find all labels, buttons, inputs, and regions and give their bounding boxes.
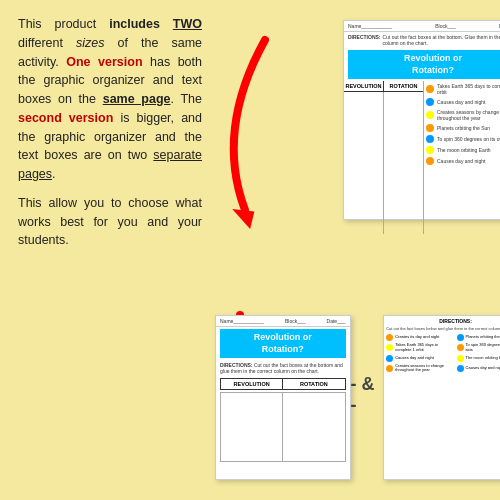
br-dot-2 <box>457 334 464 341</box>
dot-yellow-2 <box>426 146 434 154</box>
col-revolution: REVOLUTION <box>344 81 384 91</box>
bl-col-revolution: REVOLUTION <box>221 379 283 389</box>
item-1: Takes Earth 365 days to complete 1 orbit <box>426 83 500 95</box>
dot-blue-1 <box>426 98 434 106</box>
item-2: Causes day and night <box>426 98 500 106</box>
br-items-grid: Creates its day and night Planets orbiti… <box>386 334 500 373</box>
page-container: This product includes TWO different size… <box>0 0 500 500</box>
bl-col-rotation: ROTATION <box>283 379 344 389</box>
rotation-body <box>384 92 423 234</box>
text-panel: This product includes TWO different size… <box>10 10 210 490</box>
br-dot-4 <box>457 344 464 351</box>
dot-blue-2 <box>426 135 434 143</box>
item-5: To spin 360 degrees on its own axis <box>426 135 500 143</box>
dot-orange-3 <box>426 157 434 165</box>
bl-block: Block___ <box>285 318 306 324</box>
item-6: The moon orbiting Earth <box>426 146 500 154</box>
bl-card-title: Revolution or Rotation? <box>220 329 346 358</box>
bl-date: Date___ <box>327 318 346 324</box>
bottom-left-card: Name___________ Block___ Date___ Revolut… <box>215 315 351 480</box>
br-item-3: Takes Earth 365 days to complete 1 orbit <box>386 343 454 353</box>
amp-label: - & - <box>351 374 384 416</box>
top-card-columns: REVOLUTION ROTATION <box>344 81 424 234</box>
item-7: Causes day and night <box>426 157 500 165</box>
bottom-row: Name___________ Block___ Date___ Revolut… <box>210 315 500 485</box>
name-label: Name___________ <box>348 23 392 29</box>
paragraph-2: This allow you to choose what works best… <box>18 194 202 250</box>
br-dot-7 <box>386 365 393 372</box>
bl-card-header: Name___________ Block___ Date___ <box>216 316 350 327</box>
dot-orange-2 <box>426 124 434 132</box>
revolution-body <box>344 92 384 234</box>
br-item-6: The moon orbiting Earth <box>457 355 500 362</box>
top-card-inner: REVOLUTION ROTATION Takes Earth 365 days… <box>344 81 500 234</box>
br-directions-label: DIRECTIONS: <box>386 318 500 324</box>
br-item-5: Causes day and night <box>386 355 454 362</box>
bl-name: Name___________ <box>220 318 264 324</box>
top-card-title: Revolution or Rotation? <box>348 50 500 79</box>
bl-directions: DIRECTIONS: Cut out the fact boxes at th… <box>216 360 350 376</box>
br-dot-6 <box>457 355 464 362</box>
br-dot-1 <box>386 334 393 341</box>
br-item-7: Creates seasons to change throughout the… <box>386 364 454 374</box>
br-item-1: Creates its day and night <box>386 334 454 341</box>
dot-yellow-1 <box>426 111 434 119</box>
bl-rotation-body <box>283 393 344 461</box>
dot-orange-1 <box>426 85 434 93</box>
top-card: Name___________ Block___ Date___ DIRECTI… <box>343 20 500 220</box>
paragraph-1: This product includes TWO different size… <box>18 15 202 184</box>
br-card-inner: DIRECTIONS: Cut out the fact boxes below… <box>384 316 500 375</box>
block-label: Block___ <box>435 23 456 29</box>
br-directions-text: Cut out the fact boxes below and glue th… <box>386 326 500 331</box>
bl-revolution-body <box>221 393 283 461</box>
top-card-items: Takes Earth 365 days to complete 1 orbit… <box>424 81 500 234</box>
top-directions-label: DIRECTIONS: <box>348 34 381 40</box>
arrow-top <box>205 30 275 230</box>
top-card-header: Name___________ Block___ Date___ <box>344 21 500 32</box>
item-4: Planets orbiting the Sun <box>426 124 500 132</box>
br-dot-3 <box>386 344 393 351</box>
br-item-8: Causes day and night <box>457 364 500 374</box>
svg-marker-0 <box>232 202 259 230</box>
item-3: Creates seasons by change throughout the… <box>426 109 500 121</box>
br-item-4: To spin 360 degrees on its own axis <box>457 343 500 353</box>
bottom-right-card: DIRECTIONS: Cut out the fact boxes below… <box>383 315 500 480</box>
cards-area: Name___________ Block___ Date___ DIRECTI… <box>210 10 500 490</box>
col-rotation: ROTATION <box>384 81 423 91</box>
top-directions-text: Cut out the fact boxes at the bottom. Gl… <box>383 34 501 46</box>
br-dot-5 <box>386 355 393 362</box>
br-dot-8 <box>457 365 464 372</box>
br-item-2: Planets orbiting the Sun <box>457 334 500 341</box>
